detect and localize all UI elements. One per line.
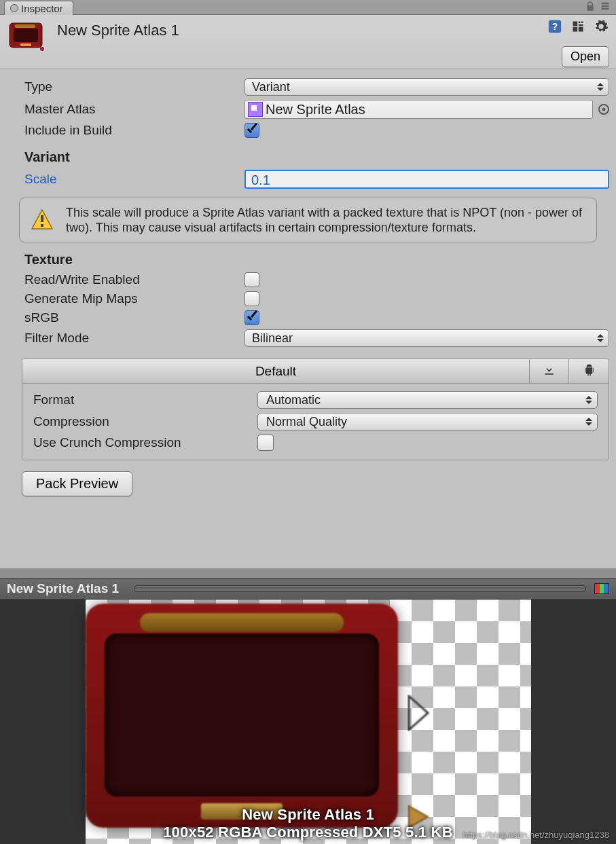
arrow-outline-icon — [407, 695, 431, 731]
preview-pane[interactable]: New Sprite Atlas 1 100x52 RGBA Compresse… — [0, 600, 616, 844]
srgb-label: sRGB — [24, 310, 244, 325]
row-crunch: Use Crunch Compression — [26, 433, 604, 453]
download-icon — [543, 363, 556, 380]
crunch-checkbox[interactable] — [257, 435, 274, 451]
tab-bar: Inspector — [0, 0, 616, 15]
svg-marker-10 — [409, 696, 428, 730]
rw-checkbox[interactable] — [244, 272, 259, 287]
platform-tabs: Default — [22, 359, 609, 384]
tab-title: Inspector — [21, 3, 63, 14]
row-mip: Generate Mip Maps — [0, 289, 616, 308]
svg-rect-9 — [41, 224, 43, 227]
tab-bar-icons — [585, 0, 611, 15]
android-icon — [583, 363, 596, 380]
filter-value: Bilinear — [252, 331, 293, 345]
asset-header: New Sprite Atlas 1 ? Open — [0, 15, 616, 69]
svg-rect-2 — [15, 24, 35, 28]
row-filter: Filter Mode Bilinear — [0, 327, 616, 349]
tab-inspector[interactable]: Inspector — [4, 1, 73, 15]
preset-icon[interactable] — [570, 18, 586, 35]
scale-label[interactable]: Scale — [24, 172, 244, 187]
format-select[interactable]: Automatic — [257, 391, 598, 409]
object-picker-icon[interactable] — [598, 104, 609, 115]
type-select[interactable]: Variant — [244, 78, 609, 96]
row-type: Type Variant — [0, 76, 616, 98]
inspector-body: Type Variant Master Atlas New Sprite Atl… — [0, 69, 616, 568]
master-atlas-field[interactable]: New Sprite Atlas — [244, 100, 593, 119]
row-format: Format Automatic — [26, 389, 604, 411]
svg-text:?: ? — [552, 22, 558, 32]
preview-zoom-slider[interactable] — [134, 585, 586, 592]
svg-rect-3 — [20, 43, 31, 46]
asset-title: New Sprite Atlas 1 — [57, 22, 179, 39]
platform-settings: Default Format Automati — [22, 359, 609, 460]
srgb-checkbox[interactable] — [244, 310, 259, 325]
include-build-label: Include in Build — [24, 123, 244, 138]
atlas-preview-image — [86, 604, 398, 828]
row-rw: Read/Write Enabled — [0, 270, 616, 289]
scale-input[interactable]: 0.1 — [244, 170, 609, 189]
platform-body: Format Automatic Compression Normal Qual… — [22, 384, 609, 460]
pack-preview-button[interactable]: Pack Preview — [22, 471, 132, 496]
svg-rect-1 — [14, 29, 38, 42]
svg-marker-11 — [409, 806, 428, 828]
compression-select[interactable]: Normal Quality — [257, 413, 598, 430]
row-scale: Scale 0.1 — [0, 168, 616, 191]
filter-label: Filter Mode — [24, 331, 244, 346]
gear-icon[interactable] — [593, 18, 609, 35]
rgb-icon[interactable] — [594, 583, 609, 594]
svg-rect-8 — [41, 215, 43, 222]
include-build-checkbox[interactable] — [244, 123, 259, 138]
compression-label: Compression — [33, 414, 257, 429]
help-icon[interactable]: ? — [547, 18, 563, 35]
platform-tab-default[interactable]: Default — [22, 359, 530, 383]
inspector-window: Inspector New Sprite Atlas 1 ? — [0, 0, 616, 844]
format-value: Automatic — [266, 393, 321, 407]
platform-tab-android[interactable] — [569, 359, 609, 383]
row-include-build: Include in Build — [0, 121, 616, 140]
warning-text: This scale will produce a Sprite Atlas v… — [66, 205, 585, 235]
watermark-text: https://blog.csdn.net/zhuyuqiang1238 — [463, 830, 609, 840]
asset-thumbnail — [8, 20, 48, 53]
type-value: Variant — [252, 80, 290, 94]
type-label: Type — [24, 79, 244, 94]
row-srgb: sRGB — [0, 308, 616, 327]
rw-label: Read/Write Enabled — [24, 272, 244, 287]
warning-box: This scale will produce a Sprite Atlas v… — [19, 198, 597, 242]
platform-tab-default-label: Default — [255, 364, 296, 379]
preview-title: New Sprite Atlas 1 — [7, 581, 119, 596]
filter-select[interactable]: Bilinear — [244, 329, 609, 347]
section-variant: Variant — [0, 140, 616, 168]
warning-icon — [31, 208, 54, 232]
tab-circle-icon — [10, 4, 18, 12]
master-atlas-label: Master Atlas — [24, 102, 244, 117]
master-atlas-value: New Sprite Atlas — [266, 102, 365, 117]
platform-tab-standalone[interactable] — [530, 359, 569, 383]
svg-point-4 — [40, 47, 44, 51]
mip-checkbox[interactable] — [244, 291, 259, 306]
mip-label: Generate Mip Maps — [24, 291, 244, 306]
crunch-label: Use Crunch Compression — [33, 435, 257, 450]
open-button[interactable]: Open — [562, 46, 609, 67]
atlas-type-icon — [248, 102, 263, 117]
preview-header: New Sprite Atlas 1 — [0, 578, 616, 600]
format-label: Format — [33, 392, 257, 407]
row-master-atlas: Master Atlas New Sprite Atlas — [0, 98, 616, 121]
lock-icon[interactable] — [585, 1, 596, 14]
preview-separator[interactable] — [0, 568, 616, 578]
compression-value: Normal Quality — [266, 415, 347, 428]
arrow-gold-icon — [407, 803, 431, 830]
dropdown-icon[interactable] — [600, 1, 611, 14]
row-compression: Compression Normal Quality — [26, 411, 604, 433]
section-texture: Texture — [0, 242, 616, 270]
